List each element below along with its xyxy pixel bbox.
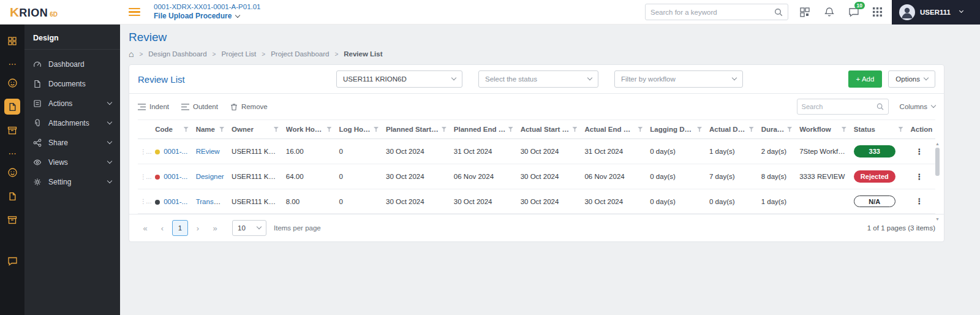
file-upload-procedure-link[interactable]: File Upload Procedure [154,12,261,21]
table-row[interactable]: ⋮⋮ 0001-... Designer USER111 KRION6D 64.… [138,164,935,189]
options-button[interactable]: Options [888,70,935,88]
first-page-button[interactable]: « [138,221,153,235]
menu-toggle-icon[interactable] [129,8,140,16]
col-name[interactable]: Name [192,120,228,139]
scrollbar-thumb[interactable] [935,148,940,176]
col-owner[interactable]: Owner [228,120,282,139]
sidebar-item-share[interactable]: Share [24,133,120,153]
user-menu[interactable]: USER111 [892,0,980,25]
table-row[interactable]: ⋮⋮ 0001-... Transmittal USER111 KRION6D … [138,189,935,214]
col-planned-start[interactable]: Planned Start Date [382,120,450,139]
name-link[interactable]: Transmittal [196,198,228,205]
outdent-button[interactable]: Outdent [181,103,218,110]
filter-funnel-icon[interactable] [219,127,224,132]
col-actual-start[interactable]: Actual Start Date [517,120,581,139]
name-link[interactable]: Designer [196,173,224,180]
status-filter-select[interactable]: Select the status [478,70,598,88]
filter-funnel-icon[interactable] [374,127,379,132]
breadcrumb-design-dashboard[interactable]: Design Dashboard [148,50,206,58]
drag-handle-icon[interactable]: ⋮⋮ [140,148,151,155]
archive-box-icon[interactable] [4,212,20,228]
status-badge[interactable]: Rejected [854,170,895,183]
filter-funnel-icon[interactable] [184,127,189,132]
col-actual-days[interactable]: Actual Days [706,120,758,139]
home-icon[interactable]: ⌂ [129,50,134,58]
filter-funnel-icon[interactable] [899,127,903,132]
col-work-hours[interactable]: Work Hours [282,120,336,139]
columns-button[interactable]: Columns [900,103,935,110]
code-link[interactable]: 0001-... [164,173,187,180]
indent-button[interactable]: Indent [138,103,169,110]
apps-grid-icon[interactable] [873,7,882,17]
name-link[interactable]: REview [196,148,220,155]
current-page-button[interactable]: 1 [172,220,188,236]
row-actions-icon[interactable]: ⋮ [911,147,929,156]
filter-funnel-icon[interactable] [572,127,577,132]
status-badge[interactable]: N/A [854,195,895,207]
bell-icon[interactable] [824,7,835,18]
next-page-button[interactable]: › [190,221,205,235]
sidebar-item-setting[interactable]: Setting [24,172,120,192]
profile-circle-icon[interactable] [4,164,20,180]
workflow-filter-select[interactable]: Filter by workflow [614,70,743,88]
scroll-down-icon[interactable]: ▼ [935,217,940,221]
document-icon[interactable] [4,188,20,204]
row-actions-icon[interactable]: ⋮ [911,197,929,206]
row-actions-icon[interactable]: ⋮ [911,172,929,181]
scroll-up-icon[interactable]: ▲ [935,142,940,146]
sidebar-item-dashboard[interactable]: Dashboard [24,55,120,74]
search-icon[interactable] [774,8,783,17]
filter-funnel-icon[interactable] [842,127,846,132]
col-workflow[interactable]: Workflow [796,120,850,139]
modules-grid-icon[interactable] [4,33,20,49]
filter-funnel-icon[interactable] [697,127,702,132]
status-badge[interactable]: 333 [854,145,895,158]
filter-funnel-icon[interactable] [508,127,513,132]
code-link[interactable]: 0001-... [164,198,187,205]
prev-page-button[interactable]: ‹ [155,221,170,235]
col-duration[interactable]: Duration [758,120,796,139]
filter-funnel-icon[interactable] [787,127,792,132]
avatar [899,4,915,20]
table-row[interactable]: ⋮⋮ 0001-... REview USER111 KRION6D 16.00… [138,139,935,164]
search-icon[interactable] [876,103,884,110]
breadcrumb-project-list[interactable]: Project List [221,50,256,58]
col-actual-end[interactable]: Actual End Date [581,120,646,139]
sidebar-item-label: Share [48,139,68,147]
filter-funnel-icon[interactable] [326,127,331,132]
sidebar-item-actions[interactable]: Actions [24,94,120,113]
sidebar-item-attachments[interactable]: Attachments [24,113,120,133]
document-module-icon[interactable] [4,99,20,115]
filter-funnel-icon[interactable] [274,127,279,132]
col-planned-end[interactable]: Planned End Date [450,120,517,139]
page-size-select[interactable]: 10 [232,220,266,236]
sidebar-item-views[interactable]: Views [24,153,120,172]
grid-search[interactable] [797,99,889,115]
add-button[interactable]: + Add [848,70,883,88]
drag-handle-icon[interactable]: ⋮⋮ [140,173,151,180]
code-link[interactable]: 0001-... [164,148,187,155]
filter-funnel-icon[interactable] [749,127,754,132]
filter-funnel-icon[interactable] [638,127,643,132]
breadcrumb-project-dashboard[interactable]: Project Dashboard [271,50,329,58]
scan-qr-icon[interactable] [799,7,810,18]
chat-bubble-icon[interactable] [4,253,20,269]
grid-search-input[interactable] [802,103,876,110]
col-status[interactable]: Status [850,120,907,139]
global-search[interactable] [645,4,788,20]
archive-box-icon[interactable] [4,123,20,139]
filter-funnel-icon[interactable] [442,127,447,132]
col-code[interactable]: Code [151,120,192,139]
col-log-hours[interactable]: Log Hours [335,120,382,139]
user-filter-select[interactable]: USER111 KRION6D [336,70,462,88]
last-page-button[interactable]: » [208,221,222,235]
col-lagging-days[interactable]: Lagging Days↑ [646,120,706,139]
drag-handle-icon[interactable]: ⋮⋮ [140,198,151,205]
sidebar-item-documents[interactable]: Documents [24,74,120,94]
messages-icon[interactable]: 10 [848,7,859,18]
remove-button[interactable]: Remove [230,103,268,111]
global-search-input[interactable] [650,9,774,16]
profile-circle-icon[interactable] [4,75,20,91]
grid-scrollbar[interactable]: ▲ ▼ [933,142,941,221]
app-logo[interactable]: K RION 6D [0,5,120,20]
